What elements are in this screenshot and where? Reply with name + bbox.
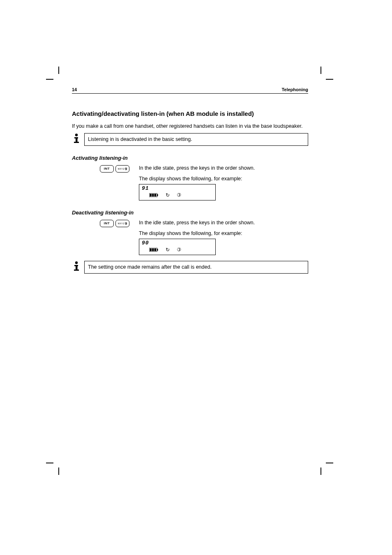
page-header: 14 Telephoning <box>72 87 308 94</box>
svg-rect-3 <box>74 142 79 143</box>
section-heading: Activating/deactivating listen-in (when … <box>72 110 308 117</box>
svg-rect-8 <box>154 193 157 196</box>
deactivate-step-row: INT WXYZ9 In the idle state, press the k… <box>72 220 308 227</box>
info-box-intro: Listening in is deactivated in the basic… <box>72 133 308 146</box>
svg-rect-6 <box>150 193 152 196</box>
nine-key-icon: WXYZ9 <box>115 220 129 227</box>
deactivate-display-label: The display shows the following, for exa… <box>139 230 308 236</box>
deactivate-heading: Deactivating listening-in <box>72 210 308 216</box>
int-key-icon: INT <box>100 220 114 227</box>
info-box-deactivate: The setting once made remains after the … <box>72 261 308 274</box>
svg-rect-11 <box>150 248 152 251</box>
intro-paragraph: If you make a call from one handset, oth… <box>72 123 308 130</box>
svg-rect-16 <box>76 265 78 269</box>
int-key-icon: INT <box>100 165 114 173</box>
handset-icon: ✆ <box>176 246 182 253</box>
page-number: 14 <box>72 87 77 92</box>
redo-icon: ↻ <box>166 192 170 198</box>
activate-display-label: The display shows the following, for exa… <box>139 176 308 182</box>
info-text: Listening in is deactivated in the basic… <box>84 133 308 146</box>
svg-rect-2 <box>76 137 78 142</box>
battery-icon <box>149 191 158 199</box>
info-icon <box>72 261 81 273</box>
page-title: Telephoning <box>281 87 308 92</box>
svg-rect-10 <box>157 249 158 251</box>
activate-step-row: INT WXYZ9 In the idle state, press the k… <box>72 165 308 173</box>
lcd-value: 91 <box>139 184 215 191</box>
lcd-display-activate: 91 ↻ ✆ <box>139 184 216 200</box>
battery-icon <box>149 246 158 253</box>
info-icon <box>72 133 81 145</box>
info-text: The setting once made remains after the … <box>84 261 308 274</box>
deactivate-step-text: In the idle state, press the keys in the… <box>139 220 308 227</box>
redo-icon: ↻ <box>166 247 170 253</box>
svg-rect-13 <box>154 248 157 251</box>
nine-key-icon: WXYZ9 <box>115 165 129 173</box>
svg-rect-17 <box>74 269 79 271</box>
handset-icon: ✆ <box>176 191 182 198</box>
lcd-value: 90 <box>139 239 215 246</box>
lcd-display-deactivate: 90 ↻ ✆ <box>139 239 216 255</box>
svg-rect-7 <box>152 193 154 196</box>
svg-point-14 <box>75 261 78 264</box>
svg-rect-5 <box>157 194 158 196</box>
svg-point-0 <box>75 134 78 136</box>
svg-rect-12 <box>152 248 154 251</box>
activate-step-text: In the idle state, press the keys in the… <box>139 165 308 173</box>
activate-heading: Activating listening-in <box>72 155 308 161</box>
